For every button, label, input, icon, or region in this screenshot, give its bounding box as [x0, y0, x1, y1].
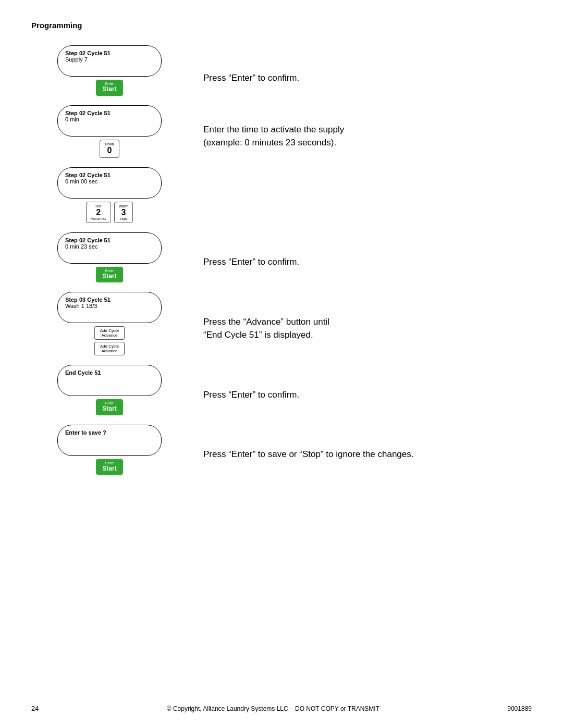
- section-5: Step 03 Cycle 51 Wash 1 18/3 Add Cycle A…: [31, 292, 532, 365]
- digit-button-2-digit: 0: [107, 146, 112, 155]
- display-line1-3: Step 02 Cycle 51: [65, 172, 154, 178]
- enter-button-4-main: Start: [102, 273, 116, 281]
- enter-button-4-top: Enter: [105, 269, 114, 273]
- section-7: Enter to save ? Enter Start Press “Enter…: [31, 425, 532, 485]
- display-line1-5: Step 03 Cycle 51: [65, 297, 154, 303]
- footer-page-number: 24: [31, 705, 39, 712]
- section-7-text-0: Press “Enter” to save or “Stop” to ignor…: [203, 448, 413, 461]
- section-1-right: Press “Enter” to confirm.: [188, 45, 532, 105]
- display-screen-5: Step 03 Cycle 51 Wash 1 18/3: [57, 292, 162, 323]
- footer: 24 © Copyright, Alliance Laundry Systems…: [0, 705, 563, 712]
- section-2: Step 02 Cycle 51 0 min Drain 0 Enter the…: [31, 105, 532, 167]
- digit-button-3-left-digit: 2: [96, 208, 101, 217]
- page: Programming Step 02 Cycle 51 Supply 7 En…: [0, 0, 563, 728]
- section-5-left: Step 03 Cycle 51 Wash 1 18/3 Add Cycle A…: [31, 292, 188, 365]
- display-line1-2: Step 02 Cycle 51: [65, 110, 154, 116]
- display-line1-1: Step 02 Cycle 51: [65, 50, 154, 56]
- section-4-left: Step 02 Cycle 51 0 min 23 sec Enter Star…: [31, 232, 188, 292]
- display-line2-1: Supply 7: [65, 56, 154, 63]
- advance-button-5-1-label1: Add Cycle: [100, 328, 119, 333]
- section-3: Step 02 Cycle 51 0 min 00 sec Hot 2 Menu…: [31, 167, 532, 232]
- advance-button-5-2-label1: Add Cycle: [100, 344, 119, 349]
- digit-button-3-right[interactable]: Warm 3 High: [114, 202, 133, 223]
- display-line2-3: 0 min 00 sec: [65, 178, 154, 184]
- display-screen-7: Enter to save ?: [57, 425, 162, 456]
- enter-button-4[interactable]: Enter Start: [96, 267, 123, 283]
- enter-button-6[interactable]: Enter Start: [96, 399, 123, 415]
- digit-button-3-left-bottom: Menu/PRG: [91, 217, 106, 220]
- digit-button-3-left-top: Hot: [95, 204, 101, 208]
- display-screen-6: End Cycle 51: [57, 365, 162, 396]
- enter-button-6-top: Enter: [105, 401, 114, 405]
- section-6-right: Press “Enter” to confirm.: [188, 365, 532, 425]
- section-1-left: Step 02 Cycle 51 Supply 7 Enter Start: [31, 45, 188, 105]
- section-2-right: Enter the time to activate the supply (e…: [188, 105, 532, 167]
- section-6: End Cycle 51 Enter Start Press “Enter” t…: [31, 365, 532, 425]
- digit-button-3-right-bottom: High: [120, 217, 127, 220]
- enter-button-7[interactable]: Enter Start: [96, 459, 123, 475]
- advance-button-5-2-label2: Advance: [100, 349, 119, 353]
- digit-button-3-left[interactable]: Hot 2 Menu/PRG: [86, 202, 111, 223]
- display-line2-2: 0 min: [65, 116, 154, 122]
- digit-button-2[interactable]: Drain 0: [100, 140, 120, 158]
- section-7-right: Press “Enter” to save or “Stop” to ignor…: [188, 425, 532, 485]
- section-3-right: [188, 167, 532, 232]
- display-line2-4: 0 min 23 sec: [65, 243, 154, 250]
- advance-button-group-5: Add Cycle Advance Add Cycle Advance: [94, 326, 125, 355]
- footer-part-number: 9001889: [507, 705, 532, 712]
- digit-button-2-top: Drain: [105, 142, 114, 146]
- display-line1-7: Enter to save ?: [65, 429, 154, 436]
- enter-button-1[interactable]: Enter Start: [96, 80, 123, 96]
- section-5-text-0: Press the “Advance” button until: [203, 315, 329, 329]
- enter-button-1-main: Start: [102, 85, 116, 94]
- display-line1-6: End Cycle 51: [65, 369, 154, 376]
- enter-button-7-top: Enter: [105, 461, 114, 465]
- section-1: Step 02 Cycle 51 Supply 7 Enter Start Pr…: [31, 45, 532, 105]
- section-5-right: Press the “Advance” button until “End Cy…: [188, 292, 532, 365]
- section-4-right: Press “Enter” to confirm.: [188, 232, 532, 292]
- section-3-left: Step 02 Cycle 51 0 min 00 sec Hot 2 Menu…: [31, 167, 188, 232]
- section-5-text-1: “End Cycle 51” is displayed.: [203, 328, 313, 342]
- advance-button-5-1-label2: Advance: [100, 333, 119, 338]
- digit-button-3-right-top: Warm: [119, 204, 128, 208]
- digit-button-3-right-digit: 3: [121, 208, 126, 217]
- section-2-text-0: Enter the time to activate the supply: [203, 123, 344, 137]
- advance-button-5-2[interactable]: Add Cycle Advance: [94, 342, 125, 355]
- enter-button-6-main: Start: [102, 405, 116, 413]
- section-4: Step 02 Cycle 51 0 min 23 sec Enter Star…: [31, 232, 532, 292]
- section-2-text-1: (example: 0 minutes 23 seconds).: [203, 136, 336, 150]
- display-line1-4: Step 02 Cycle 51: [65, 237, 154, 243]
- digit-button-row-3: Hot 2 Menu/PRG Warm 3 High: [86, 202, 133, 223]
- display-screen-2: Step 02 Cycle 51 0 min: [57, 105, 162, 137]
- display-line2-5: Wash 1 18/3: [65, 303, 154, 309]
- section-6-text-0: Press “Enter” to confirm.: [203, 388, 299, 402]
- section-7-left: Enter to save ? Enter Start: [31, 425, 188, 485]
- enter-button-7-main: Start: [102, 465, 116, 473]
- section-2-left: Step 02 Cycle 51 0 min Drain 0: [31, 105, 188, 167]
- section-6-left: End Cycle 51 Enter Start: [31, 365, 188, 425]
- display-screen-1: Step 02 Cycle 51 Supply 7: [57, 45, 162, 77]
- section-1-text-0: Press “Enter” to confirm.: [203, 71, 299, 85]
- advance-button-5-1[interactable]: Add Cycle Advance: [94, 326, 125, 340]
- footer-copyright: © Copyright, Alliance Laundry Systems LL…: [167, 705, 380, 712]
- display-screen-4: Step 02 Cycle 51 0 min 23 sec: [57, 232, 162, 264]
- section-4-text-0: Press “Enter” to confirm.: [203, 255, 299, 269]
- display-screen-3: Step 02 Cycle 51 0 min 00 sec: [57, 167, 162, 199]
- page-title: Programming: [31, 21, 532, 30]
- enter-button-1-top: Enter: [105, 82, 114, 85]
